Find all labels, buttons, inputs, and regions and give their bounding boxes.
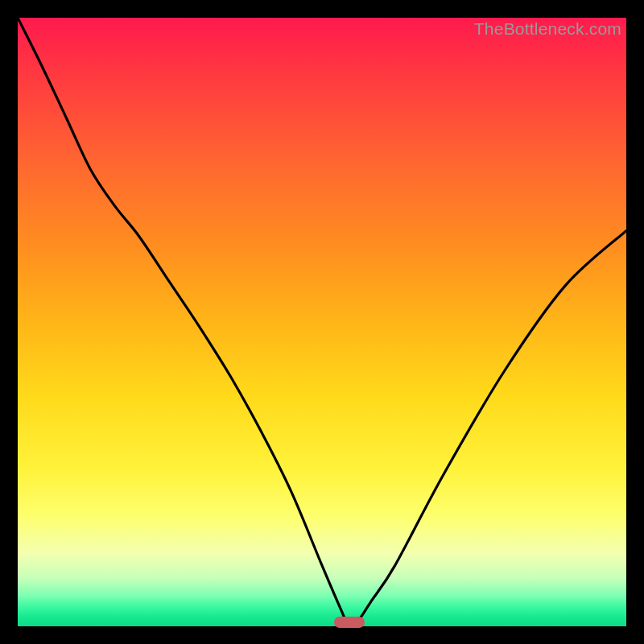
bottleneck-curve [18, 18, 626, 626]
chart-frame: TheBottleneck.com [8, 8, 636, 636]
optimal-marker [334, 617, 365, 628]
plot-area: TheBottleneck.com [18, 18, 626, 626]
